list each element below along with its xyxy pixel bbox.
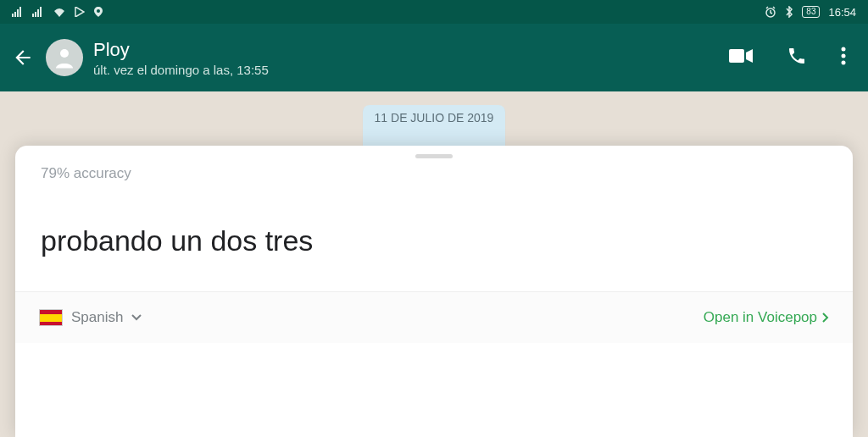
svg-point-12 <box>842 47 846 52</box>
svg-rect-7 <box>40 7 42 17</box>
avatar[interactable] <box>46 39 83 76</box>
bluetooth-icon <box>785 6 793 18</box>
svg-rect-11 <box>729 49 744 63</box>
chevron-down-icon <box>131 314 142 321</box>
alarm-icon <box>765 6 776 18</box>
signal-icon <box>12 7 24 17</box>
contact-name: Ploy <box>93 39 729 61</box>
sheet-footer: Spanish Open in Voicepop <box>15 291 853 343</box>
svg-rect-2 <box>17 9 19 17</box>
accuracy-label: 79% accuracy <box>15 162 853 182</box>
svg-rect-6 <box>37 9 39 17</box>
sheet-handle[interactable] <box>415 154 453 158</box>
svg-rect-0 <box>12 14 14 17</box>
signal-icon <box>32 7 44 17</box>
language-label: Spanish <box>71 309 123 326</box>
svg-point-13 <box>842 54 846 58</box>
transcript-text: probando un dos tres <box>15 182 853 291</box>
status-left <box>12 7 103 17</box>
svg-point-10 <box>60 49 69 58</box>
chat-title-area[interactable]: Ploy últ. vez el domingo a las, 13:55 <box>93 39 729 77</box>
svg-rect-3 <box>19 7 21 17</box>
svg-point-8 <box>97 9 100 13</box>
flag-spain-icon <box>39 309 63 326</box>
svg-rect-1 <box>14 12 16 17</box>
status-right: 83 16:54 <box>765 6 856 19</box>
open-in-label: Open in Voicepop <box>704 309 817 326</box>
last-seen: últ. vez el domingo a las, 13:55 <box>93 63 729 77</box>
battery-indicator: 83 <box>802 6 820 18</box>
open-in-voicepop-button[interactable]: Open in Voicepop <box>704 309 829 326</box>
clock: 16:54 <box>828 6 856 19</box>
more-button[interactable] <box>841 47 846 69</box>
play-store-icon <box>75 7 85 17</box>
transcription-sheet: 79% accuracy probando un dos tres Spanis… <box>15 146 853 437</box>
svg-rect-4 <box>32 14 34 17</box>
person-icon <box>52 45 77 70</box>
location-icon <box>93 7 103 17</box>
phone-icon <box>787 46 807 66</box>
more-vert-icon <box>841 47 846 65</box>
svg-rect-5 <box>35 12 36 17</box>
wifi-icon <box>53 7 66 17</box>
video-icon <box>729 47 753 64</box>
status-bar: 83 16:54 <box>0 0 868 24</box>
svg-point-14 <box>842 61 846 65</box>
voice-call-button[interactable] <box>787 46 807 69</box>
back-button[interactable] <box>10 47 36 69</box>
video-call-button[interactable] <box>729 47 753 68</box>
header-actions <box>729 46 858 69</box>
language-selector[interactable]: Spanish <box>39 309 142 326</box>
chat-header: Ploy últ. vez el domingo a las, 13:55 <box>0 24 868 91</box>
chevron-right-icon <box>822 313 829 323</box>
arrow-left-icon <box>12 47 34 69</box>
